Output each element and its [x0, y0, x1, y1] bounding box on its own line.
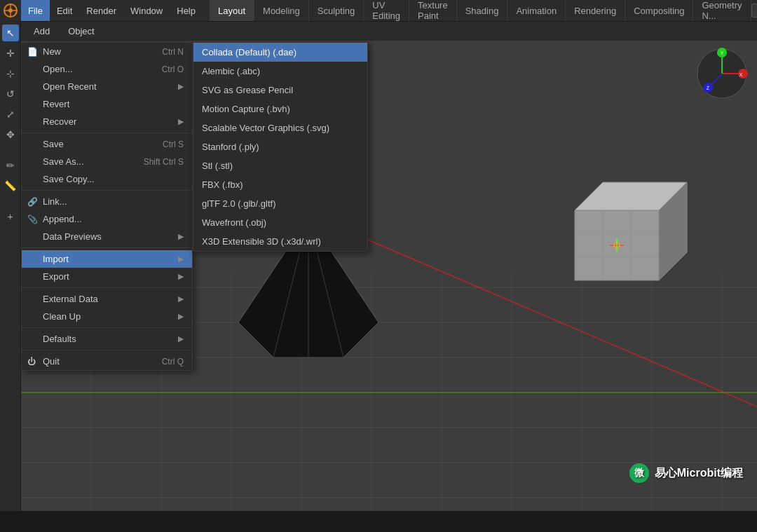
tab-compositing[interactable]: Compositing — [625, 0, 693, 21]
annotate-btn[interactable]: ✏ — [2, 157, 19, 174]
menu-defaults[interactable]: Defaults ▶ — [22, 330, 192, 348]
file-menu-dropdown: 📄 New Ctrl N Open... Ctrl O Open Recent … — [21, 42, 193, 371]
select-tool-btn[interactable]: ↖ — [2, 25, 19, 41]
measure-btn[interactable]: 📏 — [2, 177, 19, 194]
svg-text:X: X — [739, 72, 743, 77]
workspace-tabs: Layout Modeling Sculpting UV Editing Tex… — [210, 0, 751, 21]
separator-2 — [22, 190, 192, 191]
separator-4 — [22, 287, 192, 288]
import-svg-grease[interactable]: SVG as Grease Pencil — [193, 81, 367, 100]
top-menu-bar: File Edit Render Window Help Layout Mode… — [0, 0, 757, 21]
add-obj-btn[interactable]: + — [2, 208, 19, 225]
separator-6 — [22, 350, 192, 350]
menu-new[interactable]: 📄 New Ctrl N — [22, 43, 192, 60]
menu-link[interactable]: 🔗 Link... — [22, 193, 192, 210]
tab-modeling[interactable]: Modeling — [254, 0, 309, 21]
menu-revert[interactable]: Revert — [22, 95, 192, 113]
navigation-gizmo[interactable]: X Y Z — [694, 46, 750, 102]
svg-point-38 — [616, 245, 618, 246]
left-sidebar: ↖ ✛ ⊹ ↺ ⤢ ✥ ✏ 📏 + — [0, 21, 21, 511]
import-collada[interactable]: Collada (Default) (.dae) — [193, 43, 367, 62]
import-svg[interactable]: Scalable Vector Graphics (.svg) — [193, 118, 367, 137]
cube-3d — [547, 154, 701, 308]
top-bar-right: 🌐 Global ▾ 🧲▾ ⊙▾ ∧▾ — [751, 0, 757, 22]
menu-quit[interactable]: ⏻ Quit Ctrl Q — [22, 353, 192, 370]
menu-save[interactable]: Save Ctrl S — [22, 135, 192, 153]
import-x3d[interactable]: X3D Extensible 3D (.x3d/.wrl) — [193, 232, 367, 251]
import-fbx[interactable]: FBX (.fbx) — [193, 175, 367, 194]
viewport-header: Add Object — [21, 21, 757, 41]
rotate-tool-btn[interactable]: ↺ — [2, 86, 19, 102]
blender-logo[interactable] — [0, 0, 21, 21]
menu-save-as[interactable]: Save As... Shift Ctrl S — [22, 153, 192, 170]
menu-recover[interactable]: Recover ▶ — [22, 113, 192, 130]
viewport-3d[interactable]: Add Object — [21, 21, 757, 511]
tab-uv-editing[interactable]: UV Editing — [364, 0, 409, 21]
separator-3 — [22, 247, 192, 248]
import-stanford[interactable]: Stanford (.ply) — [193, 137, 367, 156]
tab-shading[interactable]: Shading — [457, 0, 508, 21]
menu-edit[interactable]: Edit — [50, 0, 79, 21]
menu-data-previews[interactable]: Data Previews ▶ — [22, 228, 192, 245]
tab-layout[interactable]: Layout — [210, 0, 254, 21]
add-menu-btn[interactable]: Add — [28, 25, 55, 38]
menu-save-copy[interactable]: Save Copy... — [22, 170, 192, 188]
menu-open-recent[interactable]: Open Recent ▶ — [22, 78, 192, 95]
separator-5 — [22, 327, 192, 328]
watermark: 微 易心Microbit编程 — [629, 463, 743, 483]
import-motion-capture[interactable]: Motion Capture (.bvh) — [193, 100, 367, 118]
import-stl[interactable]: Stl (.stl) — [193, 156, 367, 175]
menu-import[interactable]: Import ▶ — [22, 250, 192, 268]
svg-text:Y: Y — [721, 50, 724, 55]
menu-help[interactable]: Help — [170, 0, 203, 21]
import-submenu: Collada (Default) (.dae) Alembic (.abc) … — [193, 42, 368, 252]
menu-append[interactable]: 📎 Append... — [22, 210, 192, 228]
menu-open[interactable]: Open... Ctrl O — [22, 60, 192, 78]
object-menu-btn[interactable]: Object — [62, 25, 100, 38]
tab-geometry[interactable]: Geometry N... — [693, 0, 751, 21]
scale-tool-btn[interactable]: ⤢ — [2, 106, 19, 123]
menu-export[interactable]: Export ▶ — [22, 268, 192, 285]
cursor-tool-btn[interactable]: ✛ — [2, 45, 19, 62]
transform-tool-btn[interactable]: ✥ — [2, 126, 19, 143]
import-wavefront[interactable]: Wavefront (.obj) — [193, 213, 367, 232]
tab-sculpting[interactable]: Sculpting — [309, 0, 364, 21]
tab-texture-paint[interactable]: Texture Paint — [409, 0, 457, 21]
import-gltf[interactable]: glTF 2.0 (.glb/.gltf) — [193, 194, 367, 213]
main-menu: File Edit Render Window Help — [21, 0, 203, 21]
import-alembic[interactable]: Alembic (.abc) — [193, 62, 367, 81]
main-area: ↖ ✛ ⊹ ↺ ⤢ ✥ ✏ 📏 + Add Object — [0, 21, 757, 511]
menu-external-data[interactable]: External Data ▶ — [22, 290, 192, 308]
separator-1 — [22, 132, 192, 133]
tab-rendering[interactable]: Rendering — [566, 0, 625, 21]
menu-window[interactable]: Window — [123, 0, 170, 21]
menu-clean-up[interactable]: Clean Up ▶ — [22, 308, 192, 325]
watermark-icon: 微 — [629, 463, 649, 483]
tab-animation[interactable]: Animation — [507, 0, 566, 21]
move-tool-btn[interactable]: ⊹ — [2, 65, 19, 82]
global-transform[interactable]: 🌐 Global ▾ — [751, 4, 757, 18]
menu-file[interactable]: File — [21, 0, 50, 21]
menu-render[interactable]: Render — [79, 0, 123, 21]
svg-text:Z: Z — [707, 86, 710, 90]
